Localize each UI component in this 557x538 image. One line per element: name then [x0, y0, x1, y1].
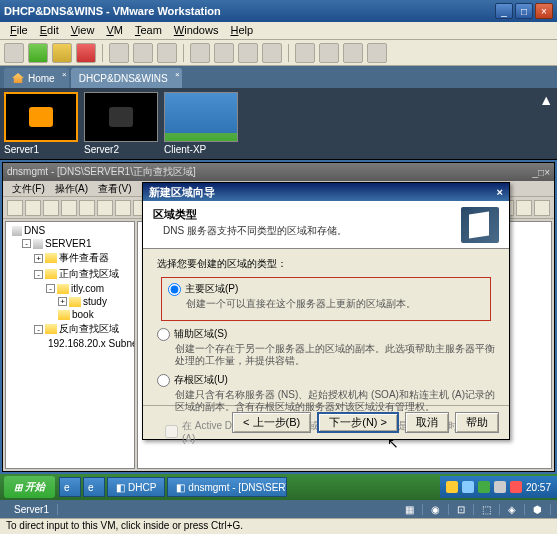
menu-vm[interactable]: VM [100, 22, 129, 39]
menu-view[interactable]: View [65, 22, 101, 39]
tab-close-icon[interactable]: × [175, 70, 180, 79]
toolbar-view2-icon[interactable] [214, 43, 234, 63]
vmware-hint: To direct input to this VM, click inside… [0, 518, 557, 534]
toolbar-unity-icon[interactable] [262, 43, 282, 63]
wizard-title: 新建区域向导 [149, 185, 497, 200]
tree-eventviewer: +事件查看器 [8, 250, 132, 266]
vmware-titlebar: DHCP&DNS&WINS - VMware Workstation _ □ × [0, 0, 557, 22]
tree-zone-itly: -itly.com [8, 282, 132, 295]
start-button[interactable]: ⊞开始 [4, 476, 55, 498]
menu-team[interactable]: Team [129, 22, 168, 39]
thumb-server2[interactable]: Server2 [84, 92, 158, 155]
mmc-menu-file[interactable]: 文件(F) [7, 181, 50, 196]
mmc-childmax-icon[interactable] [516, 200, 532, 216]
menu-edit[interactable]: Edit [34, 22, 65, 39]
status-device-icon[interactable]: ◉ [423, 504, 449, 515]
mmc-menu-action[interactable]: 操作(A) [50, 181, 93, 196]
toolbar-snapshot-icon[interactable] [109, 43, 129, 63]
toolbar-misc3-icon[interactable] [343, 43, 363, 63]
tab-vm[interactable]: DHCP&DNS&WINS× [71, 68, 182, 88]
status-device-icon[interactable]: ⬚ [474, 504, 500, 515]
mmc-list-icon[interactable] [61, 200, 77, 216]
mmc-prop-icon[interactable] [79, 200, 95, 216]
new-zone-wizard: 新建区域向导× 区域类型 DNS 服务器支持不同类型的区域和存储。 选择您要创建… [142, 182, 510, 440]
tray-icon[interactable] [446, 481, 458, 493]
system-tray[interactable]: 20:57 [440, 476, 557, 498]
status-device-icon[interactable]: ◈ [500, 504, 525, 515]
toolbar-suspend-icon[interactable] [52, 43, 72, 63]
home-icon [12, 73, 24, 83]
radio-primary-zone[interactable] [168, 283, 181, 296]
maximize-button[interactable]: □ [515, 3, 533, 19]
toolbar-manage-icon[interactable] [157, 43, 177, 63]
help-button[interactable]: 帮助 [455, 412, 499, 433]
vmware-statusbar: Server1 ▦ ◉ ⊡ ⬚ ◈ ⬢ [0, 500, 557, 518]
back-button[interactable]: < 上一步(B) [232, 412, 311, 433]
checkbox-ad-store [165, 425, 178, 438]
wizard-close-icon[interactable]: × [497, 186, 503, 198]
tree-study: +study [8, 295, 132, 308]
mmc-fwd-icon[interactable] [25, 200, 41, 216]
tree-server: -SERVER1 [8, 237, 132, 250]
toolbar-revert-icon[interactable] [133, 43, 153, 63]
windows-logo-icon: ⊞ [14, 482, 22, 493]
tray-icon[interactable] [494, 481, 506, 493]
vmware-menubar: File Edit View VM Team Windows Help [0, 22, 557, 40]
tray-icon[interactable] [510, 481, 522, 493]
mmc-refresh-icon[interactable] [97, 200, 113, 216]
taskbar-ie1[interactable]: e [59, 477, 81, 497]
dns-icon: ◧ [176, 482, 185, 493]
toolbar-view1-icon[interactable] [190, 43, 210, 63]
collapse-chevron-icon[interactable]: ▲ [539, 92, 553, 108]
tray-icon[interactable] [462, 481, 474, 493]
wizard-heading: 区域类型 [153, 207, 461, 222]
tree-forward-zones: -正向查找区域 [8, 266, 132, 282]
menu-file[interactable]: File [4, 22, 34, 39]
tab-close-icon[interactable]: × [62, 70, 67, 79]
toolbar-stop-icon[interactable] [76, 43, 96, 63]
toolbar-fullscreen-icon[interactable] [238, 43, 258, 63]
ie-icon: e [88, 482, 94, 493]
next-button[interactable]: 下一步(N) > [317, 412, 399, 433]
taskbar-dhcp[interactable]: ◧DHCP [107, 477, 165, 497]
thumb-clientxp[interactable]: Client-XP [164, 92, 238, 155]
radio-secondary-zone[interactable] [157, 328, 170, 341]
mmc-export-icon[interactable] [115, 200, 131, 216]
guest-taskbar: ⊞开始 e e ◧DHCP ◧dnsmgmt - [DNS\SERV... 20… [0, 474, 557, 500]
minimize-button[interactable]: _ [495, 3, 513, 19]
tree-root: DNS [8, 224, 132, 237]
toolbar-play-icon[interactable] [28, 43, 48, 63]
tree-reverse-subnet: 192.168.20.x Subnet [8, 337, 132, 350]
toolbar-misc2-icon[interactable] [319, 43, 339, 63]
menu-windows[interactable]: Windows [168, 22, 225, 39]
status-device-icon[interactable]: ▦ [397, 504, 423, 515]
close-button[interactable]: × [535, 3, 553, 19]
wizard-subheading: DNS 服务器支持不同类型的区域和存储。 [153, 222, 461, 238]
status-vm-name: Server1 [6, 504, 58, 515]
mmc-close-icon[interactable]: × [544, 167, 550, 178]
mmc-childclose-icon[interactable] [534, 200, 550, 216]
taskbar-ie2[interactable]: e [83, 477, 105, 497]
mmc-back-icon[interactable] [7, 200, 23, 216]
vmware-title: DHCP&DNS&WINS - VMware Workstation [4, 5, 495, 17]
mmc-titlebar: dnsmgmt - [DNS\SERVER1\正向查找区域] _ □ × [3, 163, 554, 181]
menu-help[interactable]: Help [224, 22, 259, 39]
status-device-icon[interactable]: ⊡ [449, 504, 474, 515]
cancel-button[interactable]: 取消 [405, 412, 449, 433]
dns-tree[interactable]: DNS -SERVER1 +事件查看器 -正向查找区域 -itly.com +s… [5, 221, 135, 469]
toolbar-misc4-icon[interactable] [367, 43, 387, 63]
thumbnail-bar: Server1 Server2 Client-XP ▲ [0, 88, 557, 160]
clock[interactable]: 20:57 [526, 482, 551, 493]
thumb-server1[interactable]: Server1 [4, 92, 78, 155]
toolbar-power-icon[interactable] [4, 43, 24, 63]
tab-home[interactable]: Home× [4, 68, 69, 88]
radio-stub-zone[interactable] [157, 374, 170, 387]
taskbar-dnsmgmt[interactable]: ◧dnsmgmt - [DNS\SERV... [167, 477, 287, 497]
vmware-tabbar: Home× DHCP&DNS&WINS× [0, 66, 557, 88]
option-primary-highlight: 主要区域(P) 创建一个可以直接在这个服务器上更新的区域副本。 [161, 277, 491, 321]
status-device-icon[interactable]: ⬢ [525, 504, 551, 515]
toolbar-misc1-icon[interactable] [295, 43, 315, 63]
tray-icon[interactable] [478, 481, 490, 493]
mmc-up-icon[interactable] [43, 200, 59, 216]
mmc-menu-view[interactable]: 查看(V) [93, 181, 136, 196]
